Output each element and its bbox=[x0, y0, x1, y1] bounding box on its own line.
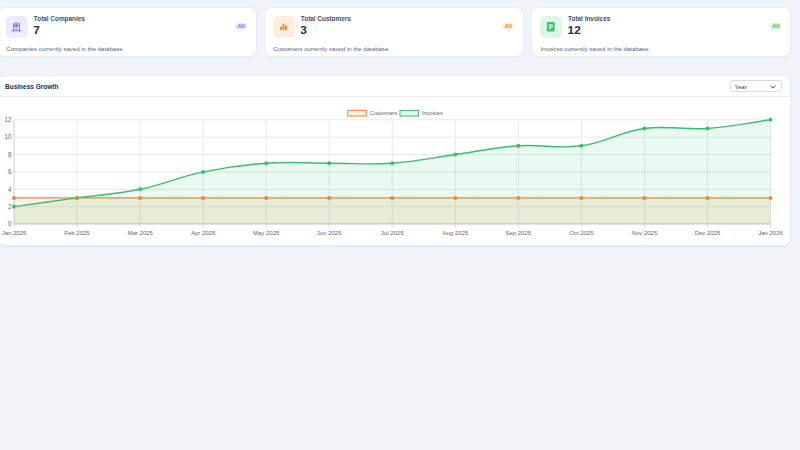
svg-text:Sep 2025: Sep 2025 bbox=[505, 230, 531, 236]
svg-text:2: 2 bbox=[8, 203, 12, 210]
svg-text:Jul 2025: Jul 2025 bbox=[381, 230, 404, 236]
svg-text:10: 10 bbox=[4, 133, 12, 140]
svg-text:Nov 2025: Nov 2025 bbox=[632, 230, 658, 236]
svg-text:Jun 2025: Jun 2025 bbox=[317, 230, 342, 236]
svg-text:Dec 2025: Dec 2025 bbox=[695, 230, 721, 236]
svg-text:Jan 2026: Jan 2026 bbox=[758, 230, 783, 236]
svg-text:Apr 2025: Apr 2025 bbox=[191, 230, 216, 236]
svg-text:Customers: Customers bbox=[370, 110, 398, 116]
svg-text:Aug 2025: Aug 2025 bbox=[442, 230, 468, 236]
svg-text:8: 8 bbox=[8, 151, 12, 158]
svg-text:Mar 2025: Mar 2025 bbox=[127, 230, 153, 236]
svg-text:Feb 2025: Feb 2025 bbox=[64, 230, 90, 236]
svg-text:Invoices: Invoices bbox=[422, 110, 443, 116]
svg-text:12: 12 bbox=[4, 116, 12, 123]
svg-text:4: 4 bbox=[8, 186, 12, 193]
svg-text:May 2025: May 2025 bbox=[253, 230, 280, 236]
svg-text:6: 6 bbox=[8, 168, 12, 175]
svg-text:Oct 2025: Oct 2025 bbox=[569, 230, 594, 236]
svg-text:0: 0 bbox=[8, 220, 12, 227]
svg-text:Jan 2025: Jan 2025 bbox=[2, 230, 27, 236]
